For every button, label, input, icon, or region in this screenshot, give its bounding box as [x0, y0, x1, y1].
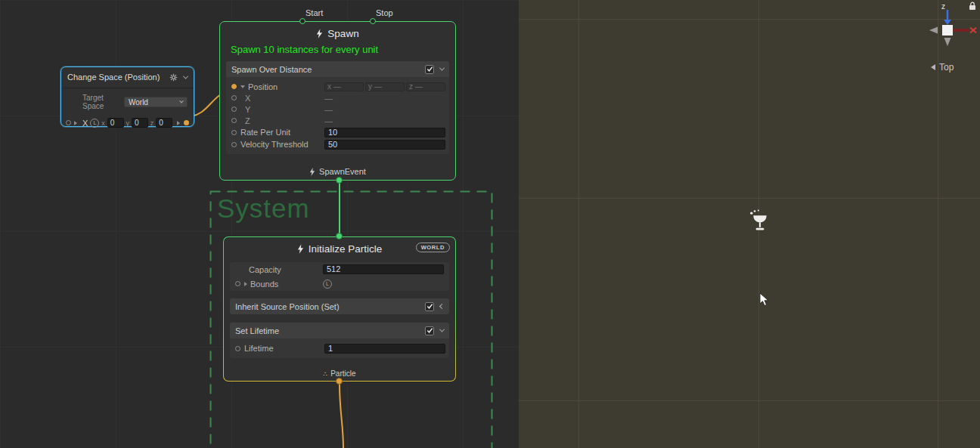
bounds-input-port[interactable] — [235, 281, 240, 286]
output-arrow-icon — [177, 121, 180, 125]
spawn-stop-port[interactable] — [370, 18, 376, 24]
lifetime-input-port[interactable] — [235, 346, 240, 351]
x-component-value: — — [333, 82, 341, 91]
view-mode-label[interactable]: Top — [931, 62, 954, 73]
axis-letter: x — [327, 82, 331, 91]
z-input-port[interactable] — [231, 118, 237, 123]
left-axis-cone[interactable] — [929, 27, 938, 34]
x-vector-row: X L x 0 y 0 z 0 — [66, 118, 189, 128]
position-input-port[interactable] — [231, 84, 237, 89]
velocity-threshold-input[interactable]: 50 — [324, 140, 445, 150]
particle-output-port[interactable] — [336, 378, 343, 385]
rate-per-unit-label: Rate Per Unit — [240, 128, 290, 137]
grid-line — [578, 0, 579, 448]
capacity-input[interactable]: 512 — [323, 264, 444, 274]
x-label: X — [245, 94, 250, 103]
space-toggle-icon[interactable]: L — [90, 119, 99, 128]
particle-output-flow: ∴ Particle — [224, 369, 455, 378]
particle-dots-icon: ∴ — [323, 370, 327, 378]
block-enable-checkbox[interactable] — [425, 65, 434, 74]
vfx-graph-canvas[interactable]: System Start Stop Spawn Spawn 10 instanc… — [0, 0, 519, 448]
z-value-input[interactable]: 0 — [156, 118, 172, 128]
z-axis-label: z — [941, 2, 945, 11]
initialize-input-port[interactable] — [336, 233, 343, 239]
initialize-particle-node[interactable]: Initialize Particle WORLD Capacity 512 B… — [223, 236, 456, 382]
target-space-row: Target Space World — [82, 94, 188, 110]
y-input-port[interactable] — [231, 107, 237, 112]
target-space-label: Target Space — [82, 94, 124, 110]
change-space-node[interactable]: Change Space (Position) Target Space Wor… — [60, 66, 194, 127]
axis-letter: z — [150, 119, 154, 127]
lifetime-row: Lifetime 1 — [235, 342, 445, 354]
system-group-label[interactable]: System — [217, 193, 310, 224]
foldout-open-icon[interactable] — [240, 85, 245, 88]
velocity-threshold-port[interactable] — [231, 142, 237, 147]
change-space-title: Change Space (Position) — [67, 73, 169, 82]
rate-per-unit-port[interactable] — [231, 130, 237, 135]
capacity-label: Capacity — [249, 265, 281, 274]
inherit-source-position-block: Inherit Source Position (Set) — [230, 298, 449, 314]
target-space-dropdown[interactable]: World — [124, 97, 188, 107]
set-lifetime-header[interactable]: Set Lifetime — [230, 323, 449, 338]
block-title-text: Spawn Over Distance — [231, 65, 420, 74]
check-icon — [426, 303, 433, 310]
foldout-closed-icon[interactable] — [74, 121, 77, 125]
y-label: Y — [245, 105, 250, 114]
world-space-badge[interactable]: WORLD — [416, 243, 450, 252]
chevron-down-icon[interactable] — [439, 66, 445, 71]
spawn-over-distance-body: Position x— y— z— X — Y — [226, 77, 449, 154]
spawn-context-node[interactable]: Spawn Spawn 10 instances for every unit … — [219, 21, 456, 181]
axis-letter: z — [409, 82, 413, 91]
x-component-field[interactable]: x— — [324, 82, 364, 91]
divider — [61, 88, 194, 88]
position-x-row: X — — [231, 92, 445, 104]
spawnevent-output-port[interactable] — [336, 177, 343, 184]
rate-per-unit-input[interactable]: 10 — [324, 128, 445, 137]
gizmo-center-cube[interactable] — [942, 25, 953, 36]
spawn-start-port[interactable] — [299, 18, 305, 24]
capacity-row: Capacity 512 — [230, 262, 449, 277]
y-component-field[interactable]: y— — [365, 82, 405, 91]
spawn-node-header: Spawn — [220, 22, 455, 39]
block-enable-checkbox[interactable] — [425, 326, 434, 335]
position-row: Position x— y— z— — [231, 81, 445, 92]
initialize-title-text: Initialize Particle — [309, 243, 383, 255]
chevron-down-icon[interactable] — [183, 73, 188, 79]
particle-label: Particle — [330, 369, 355, 378]
x-row-label: X — [82, 119, 88, 128]
y-value-input[interactable]: 0 — [132, 118, 148, 128]
vfx-object-gizmo-icon[interactable] — [748, 209, 772, 233]
grid-line — [519, 400, 980, 401]
down-axis-cone[interactable] — [944, 38, 951, 46]
lightning-bolt-icon — [309, 168, 315, 176]
spawn-over-distance-header[interactable]: Spawn Over Distance — [226, 61, 449, 77]
x-value-input[interactable]: 0 — [107, 118, 124, 128]
gear-icon[interactable] — [169, 73, 178, 82]
block-title-text: Inherit Source Position (Set) — [235, 302, 420, 311]
z-label: Z — [245, 116, 250, 125]
chevron-down-icon[interactable] — [439, 327, 445, 332]
change-space-header: Change Space (Position) — [61, 67, 194, 85]
chevron-left-icon[interactable] — [439, 304, 445, 309]
inherit-source-position-header[interactable]: Inherit Source Position (Set) — [230, 298, 449, 314]
unity-vfx-editor: System Start Stop Spawn Spawn 10 instanc… — [0, 0, 980, 448]
axis-letter: x — [101, 119, 105, 127]
x-input-port[interactable] — [66, 120, 71, 125]
z-axis-arrowhead[interactable] — [944, 20, 951, 25]
spawnevent-label: SpawnEvent — [319, 167, 366, 176]
scene-view[interactable]: z Top — [519, 0, 980, 448]
z-component-field[interactable]: z— — [406, 82, 445, 91]
wire-particle-output[interactable] — [340, 384, 343, 448]
x-input-port[interactable] — [231, 95, 237, 100]
view-mode-text: Top — [939, 62, 954, 73]
lock-icon[interactable] — [969, 5, 975, 10]
lifetime-label: Lifetime — [244, 344, 274, 353]
block-enable-checkbox[interactable] — [425, 302, 434, 311]
space-toggle-icon[interactable]: L — [323, 280, 332, 289]
change-space-output-port[interactable] — [184, 120, 189, 125]
lightning-bolt-icon — [316, 29, 323, 39]
lifetime-input[interactable]: 1 — [324, 344, 445, 354]
foldout-closed-icon[interactable] — [244, 282, 247, 286]
spawn-annotation-text[interactable]: Spawn 10 instances for every unit — [231, 44, 445, 55]
z-component-value: — — [415, 82, 423, 91]
